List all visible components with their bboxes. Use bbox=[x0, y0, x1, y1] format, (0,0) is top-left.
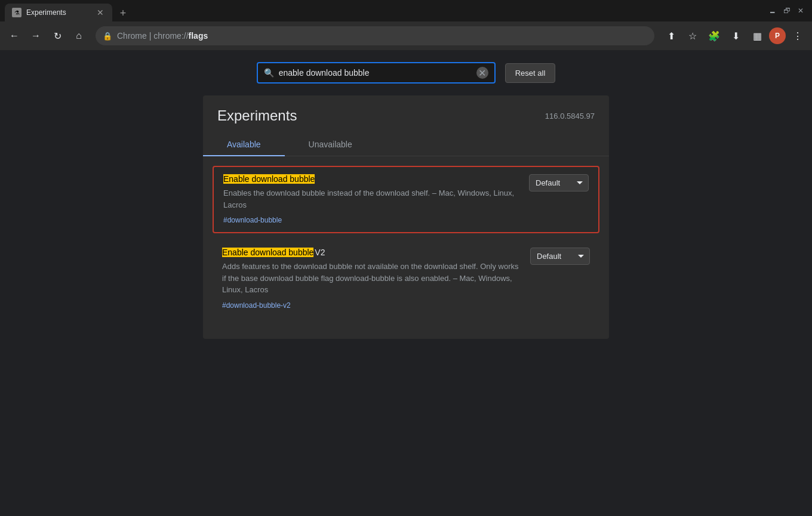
flag-1-info: Enable download bubble Enables the downl… bbox=[223, 174, 519, 225]
tab-unavailable[interactable]: Unavailable bbox=[285, 134, 376, 156]
flag-1-link[interactable]: #download-bubble bbox=[223, 216, 282, 224]
share-button[interactable]: ⬆ bbox=[662, 26, 681, 45]
version-text: 116.0.5845.97 bbox=[545, 112, 595, 120]
flag-1-title-highlighted: Enable download bubble bbox=[223, 174, 315, 184]
minimize-btn[interactable]: 🗕 bbox=[765, 4, 780, 17]
tab-favicon: ⚗ bbox=[12, 8, 21, 17]
address-domain: Chrome | chrome:// bbox=[117, 31, 189, 41]
navbar: ← → ↻ ⌂ 🔒 Chrome | chrome://flags ⬆ ☆ 🧩 … bbox=[0, 21, 812, 50]
search-area: 🔍 ✕ Reset all bbox=[0, 62, 812, 84]
titlebar: ⚗ Experiments ✕ + 🗕 🗗 ✕ bbox=[0, 0, 812, 21]
tab-label: Experiments bbox=[26, 8, 91, 17]
reload-button[interactable]: ↻ bbox=[48, 26, 67, 45]
tab-available[interactable]: Available bbox=[203, 134, 285, 156]
window-controls: 🗕 🗗 ✕ bbox=[765, 0, 812, 21]
main-content: 🔍 ✕ Reset all Experiments 116.0.5845.97 … bbox=[0, 50, 812, 516]
flag-1-select[interactable]: Default Enabled Disabled bbox=[529, 174, 589, 191]
maximize-btn[interactable]: 🗗 bbox=[780, 4, 794, 17]
flag-item-highlighted: Enable download bubble Enables the downl… bbox=[213, 166, 599, 233]
extensions-button[interactable]: 🧩 bbox=[705, 26, 724, 45]
flag-2-control[interactable]: Default Enabled Disabled bbox=[530, 248, 590, 265]
flag-item-2: Enable download bubble V2 Adds features … bbox=[213, 240, 599, 317]
bookmark-button[interactable]: ☆ bbox=[683, 26, 702, 45]
address-text: Chrome | chrome://flags bbox=[117, 31, 647, 41]
flag-2-title-highlighted: Enable download bubble bbox=[222, 248, 313, 257]
tab-close-button[interactable]: ✕ bbox=[96, 8, 105, 17]
address-bar[interactable]: 🔒 Chrome | chrome://flags bbox=[96, 26, 654, 45]
search-input-wrapper[interactable]: 🔍 ✕ bbox=[257, 62, 496, 84]
flag-2-title: Enable download bubble V2 bbox=[222, 248, 521, 257]
close-btn[interactable]: ✕ bbox=[794, 4, 807, 17]
home-button[interactable]: ⌂ bbox=[69, 26, 88, 45]
search-clear-button[interactable]: ✕ bbox=[476, 67, 488, 79]
sidebar-button[interactable]: ▦ bbox=[748, 26, 767, 45]
experiments-header: Experiments 116.0.5845.97 bbox=[203, 95, 609, 134]
flag-1-header: Enable download bubble Enables the downl… bbox=[223, 174, 589, 225]
flag-1-title: Enable download bubble bbox=[223, 174, 519, 184]
toolbar-actions: ⬆ ☆ 🧩 ⬇ ▦ P ⋮ bbox=[662, 26, 807, 45]
flags-list: Enable download bubble Enables the downl… bbox=[203, 161, 609, 327]
new-tab-button[interactable]: + bbox=[115, 5, 131, 21]
tab-strip: ⚗ Experiments ✕ + bbox=[0, 0, 131, 21]
flag-2-select[interactable]: Default Enabled Disabled bbox=[530, 248, 590, 265]
active-tab[interactable]: ⚗ Experiments ✕ bbox=[5, 4, 112, 21]
reset-all-button[interactable]: Reset all bbox=[505, 63, 556, 83]
search-icon: 🔍 bbox=[264, 68, 274, 78]
tabs-bar: Available Unavailable bbox=[203, 134, 609, 156]
flag-2-info: Enable download bubble V2 Adds features … bbox=[222, 248, 521, 310]
flag-2-header: Enable download bubble V2 Adds features … bbox=[222, 248, 590, 310]
flag-2-title-rest: V2 bbox=[315, 248, 325, 257]
flag-1-control[interactable]: Default Enabled Disabled bbox=[529, 174, 589, 191]
security-icon: 🔒 bbox=[103, 31, 112, 41]
search-input[interactable] bbox=[279, 68, 472, 78]
page-title: Experiments bbox=[217, 107, 297, 124]
experiments-panel: Experiments 116.0.5845.97 Available Unav… bbox=[203, 95, 609, 339]
flag-2-description: Adds features to the download bubble not… bbox=[222, 261, 521, 296]
flag-1-description: Enables the download bubble instead of t… bbox=[223, 187, 519, 211]
flag-2-link[interactable]: #download-bubble-v2 bbox=[222, 301, 291, 310]
back-button[interactable]: ← bbox=[5, 26, 24, 45]
address-path: flags bbox=[189, 31, 208, 41]
forward-button[interactable]: → bbox=[26, 26, 45, 45]
profile-button[interactable]: P bbox=[769, 27, 786, 44]
menu-button[interactable]: ⋮ bbox=[788, 26, 807, 45]
search-box: 🔍 ✕ bbox=[257, 62, 496, 84]
downloads-button[interactable]: ⬇ bbox=[726, 26, 745, 45]
